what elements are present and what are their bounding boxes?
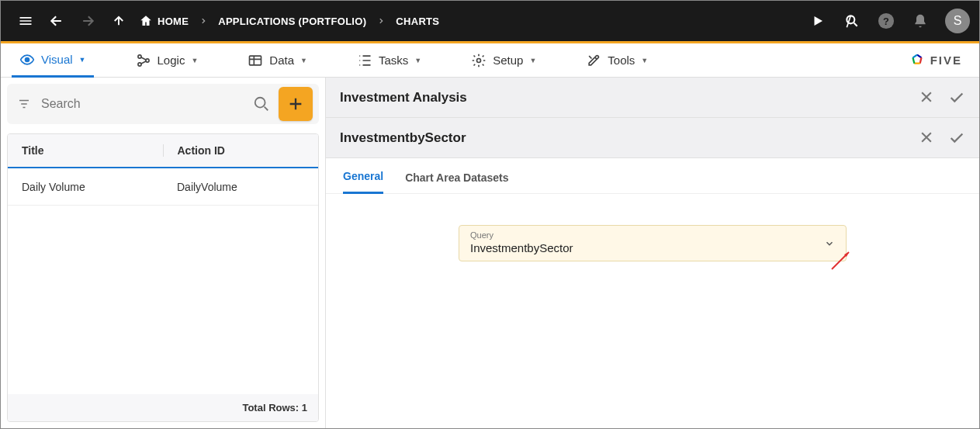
tab-tasks[interactable]: Tasks ▼	[349, 43, 429, 77]
panel-header-2: InvestmentbySector	[326, 118, 979, 158]
filter-icon[interactable]	[13, 97, 35, 111]
svg-point-8	[477, 58, 481, 62]
grid-body: Daily Volume DailyVolume	[8, 168, 318, 394]
tab-setup[interactable]: Setup ▼	[463, 43, 544, 77]
subtab-general[interactable]: General	[343, 170, 383, 194]
confirm-icon[interactable]	[948, 89, 965, 106]
forward-button[interactable]	[72, 5, 103, 36]
avatar-initial: S	[954, 14, 962, 28]
list-grid: Title Action ID Daily Volume DailyVolume…	[7, 133, 319, 422]
chevron-down-icon	[824, 238, 835, 249]
tab-tools[interactable]: Tools ▼	[578, 43, 656, 77]
chevron-down-icon: ▼	[79, 56, 86, 64]
svg-point-3	[26, 57, 29, 61]
breadcrumb-home-label: HOME	[158, 16, 189, 27]
confirm-icon[interactable]	[948, 130, 965, 147]
cell-action: DailyVolume	[163, 181, 318, 193]
subtab-datasets[interactable]: Chart Area Datasets	[405, 171, 508, 193]
main-tabbar: Visual ▼ Logic ▼ Data ▼ Tasks ▼ Setup ▼ …	[1, 43, 979, 78]
close-icon[interactable]	[919, 89, 934, 106]
breadcrumb-charts-label: CHARTS	[396, 16, 439, 27]
svg-rect-7	[250, 56, 261, 65]
tab-data-label: Data	[269, 54, 294, 67]
search-input[interactable]	[41, 97, 244, 111]
panel-header-1: Investment Analysis	[326, 78, 979, 118]
close-icon[interactable]	[919, 130, 934, 147]
brand-logo: FIVE	[909, 52, 968, 69]
query-dropdown[interactable]: Query InvestmentbySector	[459, 225, 847, 261]
chevron-icon	[371, 17, 391, 25]
tab-visual[interactable]: Visual ▼	[12, 44, 94, 78]
tab-visual-label: Visual	[41, 53, 73, 66]
panel-title-2: InvestmentbySector	[340, 130, 466, 146]
detail-pane: Investment Analysis InvestmentbySector	[325, 78, 979, 428]
help-button[interactable]: ?	[871, 5, 902, 36]
cell-title: Daily Volume	[8, 181, 163, 193]
col-action-id[interactable]: Action ID	[164, 144, 319, 157]
tab-setup-label: Setup	[493, 54, 523, 67]
back-button[interactable]	[41, 5, 72, 36]
list-pane: Title Action ID Daily Volume DailyVolume…	[1, 78, 325, 428]
chevron-down-icon: ▼	[529, 57, 536, 64]
inspect-button[interactable]	[836, 5, 867, 36]
query-value: InvestmentbySector	[470, 241, 835, 254]
notifications-button[interactable]	[905, 5, 936, 36]
search-bar	[7, 84, 319, 124]
brand-text: FIVE	[930, 54, 962, 67]
five-logo-icon	[909, 52, 926, 69]
top-bar: HOME APPLICATIONS (PORTFOLIO) CHARTS ? S	[1, 1, 979, 41]
tab-tasks-label: Tasks	[379, 54, 408, 67]
breadcrumb-charts[interactable]: CHARTS	[391, 1, 444, 41]
run-button[interactable]	[802, 5, 833, 36]
chevron-down-icon: ▼	[191, 57, 198, 64]
chevron-down-icon: ▼	[300, 57, 307, 64]
add-button[interactable]	[279, 87, 313, 121]
svg-text:?: ?	[883, 16, 889, 27]
breadcrumb-home[interactable]: HOME	[134, 1, 193, 41]
form-area: Query InvestmentbySector	[326, 194, 979, 292]
workspace: Title Action ID Daily Volume DailyVolume…	[1, 78, 979, 428]
user-avatar[interactable]: S	[945, 9, 970, 33]
grid-footer: Total Rows: 1	[8, 394, 318, 421]
chevron-down-icon: ▼	[414, 57, 421, 64]
menu-button[interactable]	[10, 5, 41, 36]
svg-point-9	[255, 98, 265, 108]
query-label: Query	[470, 230, 835, 240]
table-row[interactable]: Daily Volume DailyVolume	[8, 168, 318, 206]
sub-tabs: General Chart Area Datasets	[326, 158, 979, 194]
breadcrumb-apps-label: APPLICATIONS (PORTFOLIO)	[218, 16, 366, 27]
tab-data[interactable]: Data ▼	[240, 43, 315, 77]
breadcrumb-applications[interactable]: APPLICATIONS (PORTFOLIO)	[213, 1, 371, 41]
chevron-down-icon: ▼	[641, 57, 648, 64]
panel-title-1: Investment Analysis	[340, 90, 467, 106]
search-icon[interactable]	[251, 95, 272, 112]
tab-logic-label: Logic	[158, 54, 185, 67]
chevron-icon	[193, 17, 213, 25]
col-title[interactable]: Title	[8, 144, 164, 157]
tab-tools-label: Tools	[608, 54, 635, 67]
annotation-arrow-icon	[827, 251, 850, 274]
up-button[interactable]	[103, 5, 134, 36]
tab-logic[interactable]: Logic ▼	[128, 43, 206, 77]
grid-header: Title Action ID	[8, 134, 318, 168]
